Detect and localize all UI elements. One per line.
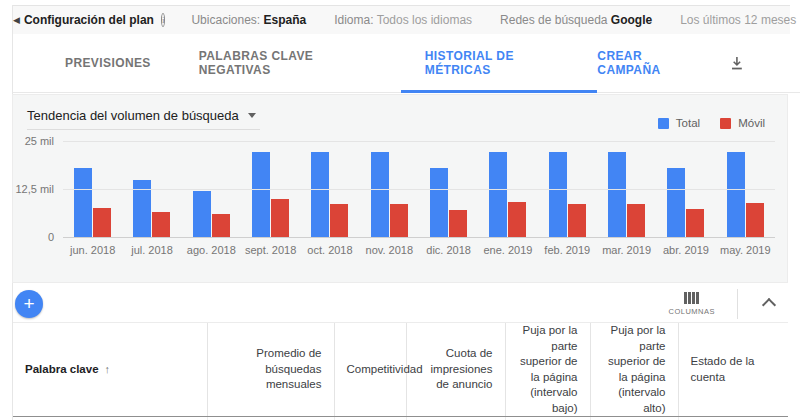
toolbar-divider: [737, 289, 738, 319]
filter-networks-value: Google: [611, 13, 652, 27]
add-keywords-button[interactable]: +: [15, 290, 43, 318]
bar-mvil: [449, 210, 467, 237]
bar-mvil: [212, 214, 230, 237]
column-header-promedio[interactable]: Promedio de búsquedas mensuales: [207, 323, 334, 417]
bar-chart-plot: 25 mil 12,5 mil 0 jun. 2018jul. 2018ago.…: [63, 141, 775, 237]
bar-mvil: [686, 209, 704, 237]
plan-tabbar: PREVISIONES PALABRAS CLAVE NEGATIVAS HIS…: [13, 34, 800, 93]
bar-total: [371, 152, 389, 237]
keyword-planner-page: ◀ Configuración del plan i Ubicaciones: …: [0, 0, 800, 420]
date-range-label: Los últimos 12 meses: [680, 13, 796, 27]
chart-legend: Total Móvil: [658, 117, 765, 129]
x-tick-label: ago. 2018: [182, 244, 241, 256]
bar-total: [549, 152, 567, 237]
toolbar-right: COLUMNAS: [668, 289, 788, 319]
x-tick-label: oct. 2018: [300, 244, 359, 256]
bar-total: [193, 191, 211, 237]
tab-palabras-clave-negativas[interactable]: PALABRAS CLAVE NEGATIVAS: [175, 34, 401, 92]
filter-language-value: Todos los idiomas: [377, 13, 472, 27]
bar-mvil: [568, 204, 586, 237]
x-tick-label: sept. 2018: [241, 244, 300, 256]
columns-icon: [684, 292, 699, 304]
collapse-table-icon[interactable]: [762, 298, 776, 312]
x-tick-label: jul. 2018: [122, 244, 181, 256]
bar-mvil: [746, 203, 764, 237]
tab-historial-de-metricas[interactable]: HISTORIAL DE MÉTRICAS: [401, 34, 598, 92]
bar-total: [489, 152, 507, 237]
competition-cell: Baja: [334, 417, 406, 420]
x-tick-label: ene. 2019: [478, 244, 537, 256]
account-status-cell: [678, 417, 788, 420]
x-tick-label: abr. 2019: [656, 244, 715, 256]
keyword-row[interactable]: marketing 18.100 Baja – 0,29 € 3,14 €: [13, 417, 788, 420]
bar-total: [252, 152, 270, 237]
bar-total: [608, 152, 626, 237]
x-tick-label: jun. 2018: [63, 244, 122, 256]
legend-label-total: Total: [676, 117, 700, 129]
sort-ascending-icon: ↑: [105, 363, 111, 375]
keyword-cell: marketing: [13, 417, 207, 420]
filter-language-label: Idioma:: [334, 13, 373, 27]
plan-settings-title: Configuración del plan: [24, 13, 154, 27]
y-tick-label: 25 mil: [10, 135, 54, 147]
x-tick-label: may. 2019: [716, 244, 775, 256]
x-tick-label: dic. 2018: [419, 244, 478, 256]
legend-swatch-total: [658, 118, 669, 129]
bar-total: [667, 168, 685, 238]
column-header-estado-cuenta[interactable]: Estado de la cuenta: [678, 323, 788, 417]
avg-searches-cell: 18.100: [207, 417, 334, 420]
bar-mvil: [627, 204, 645, 237]
filter-networks-label: Redes de búsqueda: [500, 13, 607, 27]
table-toolbar: + COLUMNAS: [13, 285, 788, 322]
legend-item-total: Total: [658, 117, 700, 129]
bar-mvil: [330, 204, 348, 237]
column-header-puja-bajo[interactable]: Puja por la parte superior de la página …: [505, 323, 590, 417]
x-tick-label: mar. 2019: [597, 244, 656, 256]
top-bid-high-cell: 3,14 €: [590, 417, 678, 420]
bar-mvil: [508, 202, 526, 237]
bar-total: [727, 152, 745, 237]
gridline: [63, 189, 775, 190]
filter-locations[interactable]: Ubicaciones: España: [191, 13, 306, 27]
x-axis-labels: jun. 2018jul. 2018ago. 2018sept. 2018oct…: [63, 244, 775, 256]
tab-actions: CREAR CAMPAÑA: [597, 34, 744, 92]
plan-settings-bar: ◀ Configuración del plan i Ubicaciones: …: [13, 5, 790, 35]
search-volume-trend-card: Tendencia del volumen de búsqueda Total …: [12, 94, 788, 283]
bar-mvil: [271, 199, 289, 237]
x-axis-line: [63, 237, 775, 238]
download-icon[interactable]: [730, 55, 744, 71]
filter-locations-label: Ubicaciones:: [191, 13, 260, 27]
x-tick-label: feb. 2019: [538, 244, 597, 256]
tab-previsiones[interactable]: PREVISIONES: [41, 34, 175, 92]
bar-mvil: [390, 204, 408, 237]
top-bid-low-cell: 0,29 €: [505, 417, 590, 420]
column-header-competitividad[interactable]: Competitividad: [334, 323, 406, 417]
caret-down-icon: [248, 113, 256, 118]
impression-share-cell: –: [406, 417, 505, 420]
date-range-group: Los últimos 12 meses jun. 2018 – may. 20…: [680, 10, 800, 31]
bar-total: [74, 168, 92, 238]
filter-networks[interactable]: Redes de búsqueda Google: [500, 13, 652, 27]
collapse-back-icon[interactable]: ◀: [13, 15, 20, 25]
bar-total: [430, 168, 448, 238]
bar-total: [311, 152, 329, 237]
columns-button[interactable]: COLUMNAS: [668, 292, 715, 316]
filter-locations-value: España: [264, 13, 307, 27]
column-header-puja-alto[interactable]: Puja por la parte superior de la página …: [590, 323, 678, 417]
filter-language[interactable]: Idioma: Todos los idiomas: [334, 13, 472, 27]
gridline: [63, 141, 775, 142]
legend-item-movil: Móvil: [720, 117, 765, 129]
x-tick-label: nov. 2018: [360, 244, 419, 256]
keywords-table: Palabra clave↑ Promedio de búsquedas men…: [13, 322, 788, 420]
create-campaign-button[interactable]: CREAR CAMPAÑA: [597, 49, 700, 77]
chart-title: Tendencia del volumen de búsqueda: [27, 108, 239, 123]
chart-metric-select[interactable]: Tendencia del volumen de búsqueda: [27, 108, 260, 130]
info-icon[interactable]: i: [161, 13, 166, 27]
bar-mvil: [93, 208, 111, 237]
table-header-row: Palabra clave↑ Promedio de búsquedas men…: [13, 323, 788, 417]
legend-swatch-movil: [720, 118, 731, 129]
legend-label-movil: Móvil: [738, 117, 765, 129]
column-header-palabra-clave[interactable]: Palabra clave↑: [13, 323, 207, 417]
y-tick-label: 12,5 mil: [10, 183, 54, 195]
y-tick-label: 0: [10, 231, 54, 243]
